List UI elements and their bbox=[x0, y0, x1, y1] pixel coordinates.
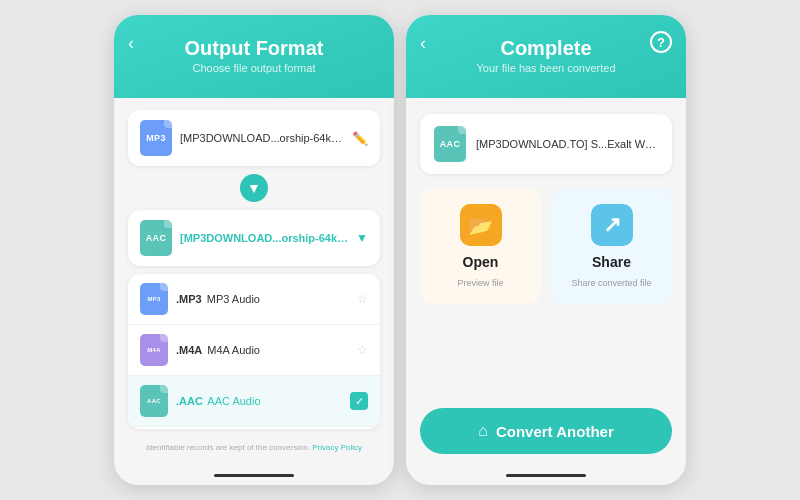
home-icon: ⌂ bbox=[478, 422, 488, 440]
mp3-star[interactable]: ☆ bbox=[357, 292, 368, 306]
converted-file-name: [MP3DOWNLOAD.TO] S...Exalt Worship-64k.a… bbox=[476, 138, 658, 150]
action-row: 📂 Open Preview file ↗ Share Share conver… bbox=[420, 188, 672, 304]
back-button-1[interactable]: ‹ bbox=[128, 33, 134, 54]
aac-file-icon: AAC bbox=[140, 220, 172, 256]
screen1-body: MP3 [MP3DOWNLOAD...orship-64k.MP3 ✏️ ▼ A… bbox=[114, 98, 394, 470]
m4a-icon: M4A bbox=[140, 334, 168, 366]
home-bar-1 bbox=[214, 474, 294, 477]
open-label: Open bbox=[463, 254, 499, 270]
format-flac[interactable]: FLAC .FLAC FLAC Audio ☆ bbox=[128, 427, 380, 429]
convert-another-button[interactable]: ⌂ Convert Another bbox=[420, 408, 672, 454]
share-label: Share bbox=[592, 254, 631, 270]
home-bar-2 bbox=[506, 474, 586, 477]
screen2-header: ‹ ? Complete Your file has been converte… bbox=[406, 15, 686, 98]
dropdown-icon[interactable]: ▼ bbox=[356, 231, 368, 245]
output-format-screen: ‹ Output Format Choose file output forma… bbox=[114, 15, 394, 485]
mp3-label: .MP3 MP3 Audio bbox=[176, 293, 349, 305]
input-file-pill: MP3 [MP3DOWNLOAD...orship-64k.MP3 ✏️ bbox=[128, 110, 380, 166]
screen2-title: Complete bbox=[422, 37, 670, 60]
input-file-name: [MP3DOWNLOAD...orship-64k.MP3 bbox=[180, 132, 344, 144]
open-icon: 📂 bbox=[460, 204, 502, 246]
complete-body: AAC [MP3DOWNLOAD.TO] S...Exalt Worship-6… bbox=[406, 98, 686, 470]
m4a-label: .M4A M4A Audio bbox=[176, 344, 349, 356]
aac-label: .AAC AAC Audio bbox=[176, 395, 342, 407]
output-file-pill[interactable]: AAC [MP3DOWNLOAD...orship-64k.AAC ▼ bbox=[128, 210, 380, 266]
converted-file-pill: AAC [MP3DOWNLOAD.TO] S...Exalt Worship-6… bbox=[420, 114, 672, 174]
open-sublabel: Preview file bbox=[457, 278, 503, 288]
complete-screen: ‹ ? Complete Your file has been converte… bbox=[406, 15, 686, 485]
converted-file-icon: AAC bbox=[434, 126, 466, 162]
convert-arrow: ▼ bbox=[240, 174, 268, 202]
format-list: MP3 .MP3 MP3 Audio ☆ M4A .M4A M4A Audio … bbox=[128, 274, 380, 429]
screen2-subtitle: Your file has been converted bbox=[422, 62, 670, 74]
share-sublabel: Share converted file bbox=[571, 278, 651, 288]
privacy-policy-link[interactable]: Privacy Policy bbox=[312, 443, 362, 452]
aac-check: ✓ bbox=[350, 392, 368, 410]
screen1-header: ‹ Output Format Choose file output forma… bbox=[114, 15, 394, 98]
share-icon: ↗ bbox=[591, 204, 633, 246]
convert-btn-label: Convert Another bbox=[496, 423, 614, 440]
format-mp3[interactable]: MP3 .MP3 MP3 Audio ☆ bbox=[128, 274, 380, 325]
screen1-title: Output Format bbox=[130, 37, 378, 60]
format-aac[interactable]: AAC .AAC AAC Audio ✓ bbox=[128, 376, 380, 427]
share-card[interactable]: ↗ Share Share converted file bbox=[551, 188, 672, 304]
format-m4a[interactable]: M4A .M4A M4A Audio ☆ bbox=[128, 325, 380, 376]
output-file-name: [MP3DOWNLOAD...orship-64k.AAC bbox=[180, 232, 348, 244]
open-card[interactable]: 📂 Open Preview file bbox=[420, 188, 541, 304]
edit-icon[interactable]: ✏️ bbox=[352, 131, 368, 146]
back-button-2[interactable]: ‹ bbox=[420, 33, 426, 54]
mp3-file-icon: MP3 bbox=[140, 120, 172, 156]
screens-container: ‹ Output Format Choose file output forma… bbox=[114, 15, 686, 485]
aac-icon: AAC bbox=[140, 385, 168, 417]
m4a-star[interactable]: ☆ bbox=[357, 343, 368, 357]
footer-text: Identifiable records are kept of the con… bbox=[128, 437, 380, 458]
mp3-icon: MP3 bbox=[140, 283, 168, 315]
screen1-subtitle: Choose file output format bbox=[130, 62, 378, 74]
help-button[interactable]: ? bbox=[650, 31, 672, 53]
